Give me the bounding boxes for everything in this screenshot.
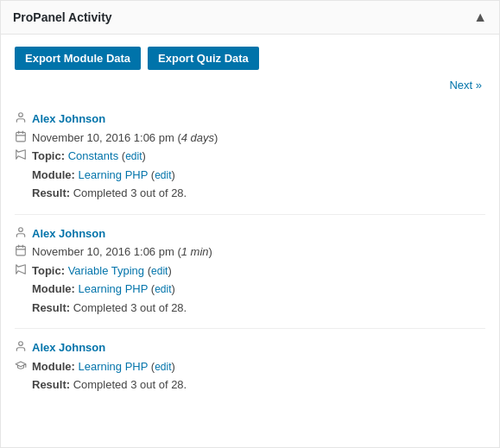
topic-icon	[15, 263, 32, 275]
panel-body: Export Module Data Export Quiz Data Next…	[1, 35, 499, 418]
topic-link[interactable]: Variable Typing	[68, 264, 144, 277]
topic-text: Topic: Constants (edit)	[32, 148, 146, 165]
user-link[interactable]: Alex Johnson	[32, 110, 105, 128]
date-row: November 10, 2016 1:06 pm (1 min)	[15, 243, 485, 261]
export-quiz-button[interactable]: Export Quiz Data	[148, 47, 259, 70]
topic-text: Topic: Variable Typing (edit)	[32, 262, 172, 280]
next-link[interactable]: Next »	[449, 79, 482, 91]
user-row: Alex Johnson	[15, 110, 485, 128]
propanel-activity-panel: ProPanel Activity ▲ Export Module Data E…	[0, 0, 500, 448]
result-text: Result: Completed 3 out of 28.	[32, 185, 187, 202]
activity-item: Alex Johnson November 10, 2016 1:06 pm (…	[15, 215, 485, 330]
result-row: Result: Completed 3 out of 28.	[15, 376, 485, 394]
module-row: Module: Learning PHP (edit)	[15, 358, 485, 375]
calendar-icon	[15, 130, 32, 142]
topic-row: Topic: Constants (edit)	[15, 148, 485, 165]
activity-item: Alex Johnson November 10, 2016 1:06 pm (…	[15, 100, 485, 215]
module-icon	[15, 359, 32, 371]
svg-rect-1	[16, 132, 26, 142]
panel-header: ProPanel Activity ▲	[1, 1, 499, 35]
result-row: Result: Completed 3 out of 28.	[15, 300, 485, 317]
user-icon	[15, 340, 32, 352]
activity-list: Alex Johnson November 10, 2016 1:06 pm (…	[15, 100, 485, 406]
module-link[interactable]: Learning PHP	[78, 168, 148, 181]
module-row: Module: Learning PHP (edit)	[15, 281, 485, 298]
topic-row: Topic: Variable Typing (edit)	[15, 262, 485, 280]
result-text: Result: Completed 3 out of 28.	[32, 300, 187, 317]
topic-link[interactable]: Constants	[68, 149, 119, 162]
module-text: Module: Learning PHP (edit)	[32, 281, 175, 298]
panel-title: ProPanel Activity	[13, 10, 112, 24]
result-row: Result: Completed 3 out of 28.	[15, 185, 485, 202]
user-icon	[15, 111, 32, 123]
module-text: Module: Learning PHP (edit)	[32, 167, 175, 184]
date-row: November 10, 2016 1:06 pm (4 days)	[15, 129, 485, 147]
pagination-row: Next »	[15, 79, 485, 91]
svg-point-5	[19, 227, 23, 231]
collapse-icon[interactable]: ▲	[473, 9, 487, 25]
datetime-text: November 10, 2016 1:06 pm (4 days)	[32, 129, 218, 147]
module-text: Module: Learning PHP (edit)	[32, 358, 175, 375]
module-link[interactable]: Learning PHP	[78, 282, 148, 295]
user-link[interactable]: Alex Johnson	[32, 225, 105, 243]
topic-edit-link[interactable]: edit	[151, 265, 168, 277]
topic-icon	[15, 148, 32, 161]
svg-point-0	[19, 113, 23, 117]
module-row: Module: Learning PHP (edit)	[15, 167, 485, 184]
datetime-text: November 10, 2016 1:06 pm (1 min)	[32, 243, 212, 261]
svg-point-10	[19, 342, 23, 346]
module-link[interactable]: Learning PHP	[78, 360, 148, 373]
user-link[interactable]: Alex Johnson	[32, 339, 105, 357]
module-edit-link[interactable]: edit	[155, 361, 171, 373]
result-text: Result: Completed 3 out of 28.	[32, 376, 187, 394]
user-icon	[15, 226, 32, 238]
export-module-button[interactable]: Export Module Data	[15, 47, 141, 70]
topic-edit-link[interactable]: edit	[125, 150, 142, 162]
calendar-icon	[15, 244, 32, 256]
button-row: Export Module Data Export Quiz Data	[15, 47, 485, 70]
svg-rect-6	[16, 246, 26, 256]
user-row: Alex Johnson	[15, 225, 485, 243]
activity-item: Alex Johnson Module: Learning PHP (edit)…	[15, 329, 485, 406]
user-row: Alex Johnson	[15, 339, 485, 357]
module-edit-link[interactable]: edit	[155, 169, 171, 181]
module-edit-link[interactable]: edit	[155, 283, 171, 295]
